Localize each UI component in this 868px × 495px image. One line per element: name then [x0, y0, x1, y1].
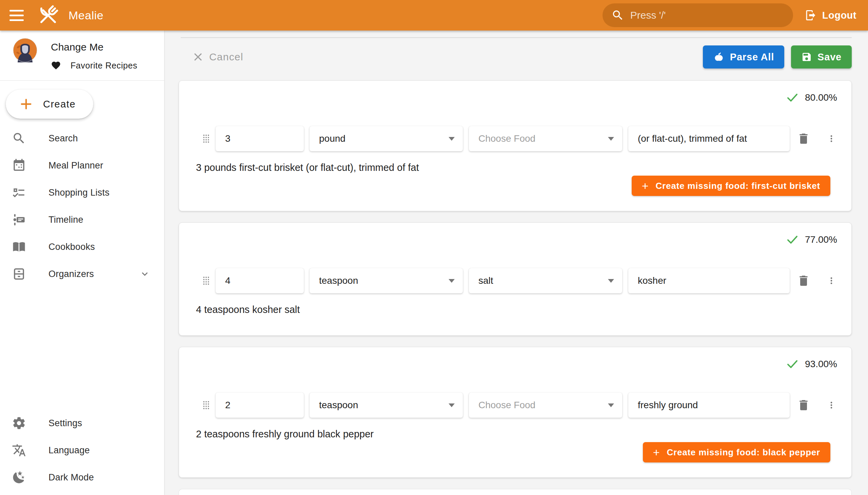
content-divider: [181, 37, 852, 38]
fork-knife-icon: [36, 3, 61, 28]
unit-select[interactable]: pound: [310, 126, 463, 151]
dropdown-caret-icon: [608, 137, 614, 141]
plus-icon: +: [653, 446, 660, 458]
apple-icon: [713, 51, 725, 63]
save-icon: [801, 52, 812, 62]
drag-handle-icon[interactable]: [199, 398, 214, 413]
sidebar-item-settings[interactable]: Settings: [0, 410, 164, 437]
sidebar: Change Me Favorite Recipes Create S: [0, 31, 165, 495]
original-ingredient-text: 3 pounds first-cut brisket (or flat-cut)…: [196, 162, 837, 173]
translate-icon: [12, 443, 26, 457]
save-button[interactable]: Save: [791, 46, 852, 68]
unit-value: teaspoon: [319, 275, 358, 286]
search-input[interactable]: [630, 10, 784, 21]
confidence-value: 93.00%: [805, 359, 837, 370]
ingredient-card: 93.00% teaspoon Choose Food: [179, 347, 852, 478]
cancel-button[interactable]: Cancel: [179, 51, 243, 63]
mealie-logo: [36, 3, 61, 28]
create-missing-food-button[interactable]: + Create missing food: first-cut brisket: [632, 176, 830, 196]
card-actions: + Create missing food: black pepper: [196, 442, 837, 462]
ingredient-card: 80.00% pound Choose Food: [179, 80, 852, 211]
avatar: [13, 38, 37, 62]
kebab-icon: [827, 274, 836, 288]
food-placeholder: Choose Food: [478, 133, 535, 144]
favorites-link[interactable]: Favorite Recipes: [51, 61, 137, 70]
main-content: Cancel Parse All Save: [165, 31, 868, 495]
checklist-icon: [12, 186, 26, 200]
kebab-icon: [827, 132, 836, 146]
logout-button[interactable]: Logout: [805, 9, 856, 21]
trash-icon: [797, 398, 810, 412]
sidebar-item-shopping-lists[interactable]: Shopping Lists: [0, 179, 164, 206]
ingredient-editor-row: teaspoon salt: [196, 268, 837, 293]
confidence-value: 77.00%: [805, 234, 837, 245]
sidebar-item-dark-mode[interactable]: Dark Mode: [0, 464, 164, 491]
note-input[interactable]: [628, 126, 790, 151]
food-placeholder: Choose Food: [478, 400, 535, 411]
timeline-icon: [12, 212, 26, 227]
kebab-menu-button[interactable]: [826, 131, 836, 147]
sidebar-item-cookbooks[interactable]: Cookbooks: [0, 233, 164, 260]
food-select[interactable]: Choose Food: [469, 393, 622, 418]
plus-icon: [19, 97, 33, 111]
food-select[interactable]: salt: [469, 268, 622, 293]
quantity-input[interactable]: [216, 126, 304, 151]
sidebar-item-search[interactable]: Search: [0, 125, 164, 152]
heart-icon: [51, 61, 61, 70]
confidence-indicator: 80.00%: [196, 81, 837, 104]
unit-value: teaspoon: [319, 400, 358, 411]
global-search[interactable]: [602, 3, 793, 27]
dropdown-caret-icon: [608, 404, 614, 407]
original-ingredient-text: 2 teaspoons freshly ground black pepper: [196, 428, 837, 440]
unit-select[interactable]: teaspoon: [310, 393, 463, 418]
hamburger-menu-button[interactable]: [10, 6, 29, 25]
delete-button[interactable]: [796, 131, 811, 147]
gear-icon: [12, 416, 26, 430]
confidence-indicator: 77.00%: [196, 223, 837, 246]
search-icon: [611, 9, 624, 22]
drag-handle-icon[interactable]: [199, 131, 214, 146]
drag-handle-icon[interactable]: [199, 273, 214, 288]
ingredient-card: 77.00% teaspoon salt: [179, 222, 852, 336]
trash-icon: [797, 274, 810, 288]
food-select[interactable]: Choose Food: [469, 126, 622, 151]
dropdown-caret-icon: [448, 279, 455, 283]
dropdown-caret-icon: [448, 137, 455, 141]
create-button[interactable]: Create: [6, 89, 93, 119]
note-input[interactable]: [628, 268, 790, 293]
user-profile[interactable]: Change Me Favorite Recipes: [0, 31, 164, 81]
sidebar-item-organizers[interactable]: Organizers: [0, 260, 164, 288]
kebab-icon: [827, 398, 836, 412]
check-icon: [785, 233, 800, 247]
header-bar: Mealie Logout: [0, 0, 868, 31]
sidebar-item-meal-planner[interactable]: Meal Planner: [0, 152, 164, 179]
unit-select[interactable]: teaspoon: [310, 268, 463, 293]
unit-value: pound: [319, 133, 345, 144]
check-icon: [785, 90, 800, 105]
parse-all-button[interactable]: Parse All: [703, 46, 784, 68]
food-value: salt: [478, 275, 493, 286]
user-name: Change Me: [51, 41, 137, 53]
note-input[interactable]: [628, 393, 790, 418]
kebab-menu-button[interactable]: [826, 273, 836, 289]
dropdown-caret-icon: [448, 404, 455, 407]
plus-icon: +: [642, 180, 649, 191]
quantity-input[interactable]: [216, 268, 304, 293]
logout-icon: [805, 9, 817, 21]
sidebar-item-language[interactable]: Language: [0, 437, 164, 464]
sidebar-nav: Search Meal Planner Shopping Lists: [0, 125, 164, 288]
drawer-icon: [12, 267, 26, 281]
calendar-icon: [12, 158, 26, 173]
sidebar-item-timeline[interactable]: Timeline: [0, 206, 164, 233]
delete-button[interactable]: [796, 397, 811, 413]
delete-button[interactable]: [796, 273, 811, 289]
close-icon: [191, 51, 204, 63]
app-title: Mealie: [68, 9, 103, 22]
kebab-menu-button[interactable]: [826, 397, 836, 413]
moon-icon: [12, 470, 26, 484]
quantity-input[interactable]: [216, 393, 304, 418]
create-missing-food-button[interactable]: + Create missing food: black pepper: [643, 442, 830, 462]
ingredient-editor-row: teaspoon Choose Food: [196, 393, 837, 418]
original-ingredient-text: 4 teaspoons kosher salt: [196, 304, 837, 315]
card-actions: + Create missing food: first-cut brisket: [196, 176, 837, 196]
